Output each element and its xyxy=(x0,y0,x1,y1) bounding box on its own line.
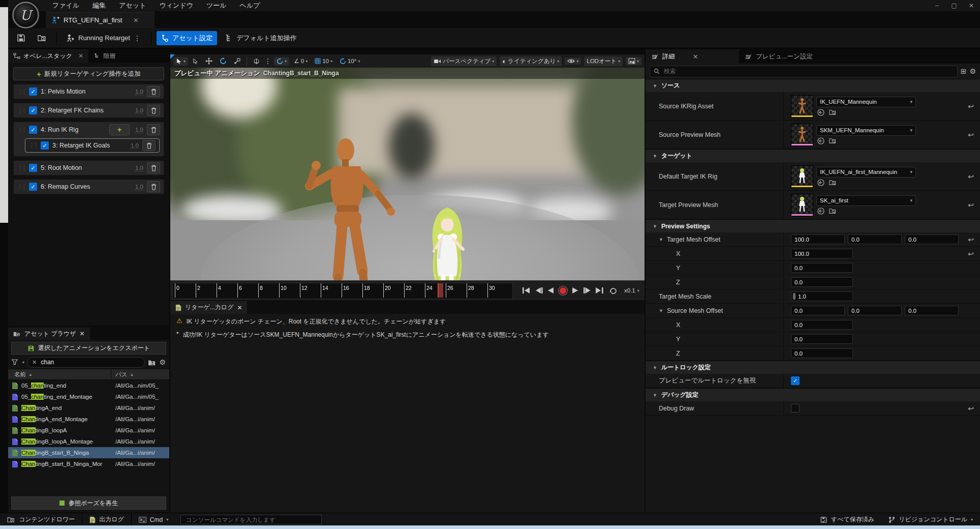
save-button[interactable] xyxy=(12,31,30,45)
browse-to-asset-button[interactable] xyxy=(33,32,51,44)
op-enabled-checkbox[interactable]: ✓ xyxy=(41,141,49,150)
tab-close-icon[interactable]: ✕ xyxy=(80,330,85,337)
scale-tool[interactable] xyxy=(231,57,243,66)
grid-view-icon[interactable]: ⊞ xyxy=(961,67,967,75)
filter-chevron-icon[interactable]: ▾ xyxy=(22,360,24,365)
tab-hierarchy[interactable]: 階層 xyxy=(88,49,120,63)
retarget-op-row[interactable]: ⋮⋮✓5: Root Motion1.0 xyxy=(13,160,164,175)
record-button[interactable] xyxy=(559,286,567,295)
section-target[interactable]: ▼ターゲット xyxy=(646,149,980,162)
menu-ツール[interactable]: ツール xyxy=(200,0,233,12)
debug-draw-checkbox[interactable] xyxy=(791,404,800,413)
play-reference-pose-button[interactable]: 参照ポーズを再生 xyxy=(11,496,166,510)
op-enabled-checkbox[interactable]: ✓ xyxy=(29,106,37,114)
revision-control-button[interactable]: リビジョンコントロール ▾ xyxy=(881,513,980,526)
rotation-snap-toggle[interactable]: 10°▾ xyxy=(337,57,362,66)
source-offset-z-field[interactable]: 0.0 xyxy=(905,306,959,315)
revert-icon[interactable]: ↩ xyxy=(968,250,974,258)
angle-snap-toggle[interactable]: ∠ 0▾ xyxy=(291,56,310,66)
play-button[interactable] xyxy=(572,287,578,294)
step-forward-button[interactable] xyxy=(583,287,591,294)
lod-dropdown[interactable]: LODオート▾ xyxy=(584,56,623,66)
ignore-rootlock-checkbox[interactable]: ✓ xyxy=(791,376,800,385)
more-options-icon[interactable]: ⋮ xyxy=(264,57,272,65)
source-offset-x-field[interactable]: 0.0 xyxy=(791,306,845,315)
tab-close-icon[interactable]: ✕ xyxy=(133,17,138,24)
target-offset-x-field[interactable]: 100.0 xyxy=(791,234,845,244)
to-end-button[interactable] xyxy=(595,287,604,294)
console-command-input[interactable] xyxy=(185,516,317,523)
asset-search-input[interactable] xyxy=(40,358,140,366)
revert-icon[interactable]: ↩ xyxy=(968,201,974,209)
revert-icon[interactable]: ↩ xyxy=(968,236,974,244)
screenshot-dropdown[interactable]: ▾ xyxy=(626,57,641,65)
loop-button[interactable] xyxy=(608,287,618,295)
use-selected-icon[interactable] xyxy=(817,208,824,215)
tab-close-icon[interactable]: ✕ xyxy=(78,52,83,60)
section-debug[interactable]: ▼デバッグ設定 xyxy=(646,388,980,401)
rotate-tool[interactable] xyxy=(217,56,229,66)
view-mode-dropdown[interactable]: ◐ ライティングあり▾ xyxy=(500,56,562,66)
asset-row[interactable]: 05_chanting_end/All/Ga...nim/05_ xyxy=(8,380,169,391)
column-name-header[interactable]: 名前▲ xyxy=(8,369,111,379)
source-mesh-thumbnail[interactable] xyxy=(791,124,813,146)
z-value-field[interactable]: 0.0 xyxy=(791,277,853,287)
section-rootlock[interactable]: ▼ルートロック設定 xyxy=(646,361,980,374)
op-weight-field[interactable]: 1.0 xyxy=(135,165,143,171)
browse-icon[interactable] xyxy=(829,179,837,186)
viewport-cursor-tool[interactable]: ▾ xyxy=(173,57,188,66)
revert-icon[interactable]: ↩ xyxy=(968,172,974,181)
browse-icon[interactable] xyxy=(829,137,837,144)
tab-op-stack[interactable]: オペレ...スタック ✕ xyxy=(8,49,88,63)
menu-ヘルプ[interactable]: ヘルプ xyxy=(233,0,267,12)
revert-icon[interactable]: ↩ xyxy=(968,131,974,139)
drag-handle-icon[interactable]: ⋮⋮ xyxy=(17,108,25,113)
target-offset-z-field[interactable]: 0.0 xyxy=(905,234,959,244)
play-reverse-button[interactable] xyxy=(547,287,554,294)
asset-row[interactable]: ChantingB_loopA/All/Ga...i/anim/ xyxy=(8,425,169,436)
asset-row[interactable]: ChantingA_end_Montage/All/Ga...i/anim/ xyxy=(8,414,169,425)
running-retarget-button[interactable]: Running Retarget ⋮ xyxy=(62,32,146,45)
world-local-toggle[interactable] xyxy=(251,57,262,66)
delete-op-button[interactable] xyxy=(142,140,156,151)
y-value-field[interactable]: 0.0 xyxy=(791,263,853,273)
retarget-op-row[interactable]: ⋮⋮✓6: Remap Curves1.0 xyxy=(13,179,164,194)
target-mesh-thumbnail[interactable] xyxy=(791,194,813,216)
asset-row[interactable]: ChantingB_start_B_Ninga_Mor/All/Ga...i/a… xyxy=(8,458,169,469)
show-flags-dropdown[interactable]: ▾ xyxy=(565,57,581,65)
op-enabled-checkbox[interactable]: ✓ xyxy=(29,87,37,96)
section-preview-settings[interactable]: ▼Preview Settings xyxy=(646,219,980,232)
target-ikrig-select[interactable]: IK_UEFN_ai_first_Mannequin▾ xyxy=(816,167,916,178)
tab-close-icon[interactable]: ✕ xyxy=(237,304,242,311)
content-drawer-button[interactable]: コンテンツドロワー xyxy=(0,513,82,526)
maximize-button[interactable]: ▢ xyxy=(945,0,963,11)
export-animations-button[interactable]: 選択したアニメーションをエクスポート xyxy=(11,342,166,355)
op-enabled-checkbox[interactable]: ✓ xyxy=(29,183,37,191)
op-weight-field[interactable]: 1.0 xyxy=(131,142,139,149)
output-log-button[interactable]: 出力ログ xyxy=(82,513,132,526)
drag-handle-icon[interactable]: ⋮⋮ xyxy=(17,184,25,190)
timeline-ruler[interactable]: 024681012141618202224262830 xyxy=(172,283,513,299)
browse-icon[interactable] xyxy=(829,109,837,116)
retarget-op-row[interactable]: ⋮⋮✓3: Retarget IK Goals1.0 xyxy=(25,138,160,153)
revert-icon[interactable]: ↩ xyxy=(968,404,974,413)
x-value-field[interactable]: 0.0 xyxy=(791,320,853,330)
retarget-op-row[interactable]: ⋮⋮✓4: Run IK Rig+1.0 xyxy=(14,122,164,137)
z-value-field[interactable]: 0.0 xyxy=(791,348,853,358)
surface-snap-toggle[interactable]: ▾ xyxy=(274,57,289,66)
drag-handle-icon[interactable]: ⋮⋮ xyxy=(29,143,37,149)
y-value-field[interactable]: 0.0 xyxy=(791,334,853,344)
column-path-header[interactable]: パス▲ xyxy=(111,371,134,378)
menu-ファイル[interactable]: ファイル xyxy=(46,0,86,12)
tab-rtg-asset[interactable]: RTG_UEFN_ai_first ✕ xyxy=(46,12,155,28)
target-offset-y-field[interactable]: 0.0 xyxy=(848,234,902,244)
op-weight-field[interactable]: 1.0 xyxy=(135,89,143,95)
folder-user-icon[interactable] xyxy=(148,359,156,366)
retarget-op-row[interactable]: ⋮⋮✓2: Retarget FK Chains1.0 xyxy=(13,103,164,118)
viewport-scene[interactable]: プレビュー中 アニメーション ChantingB_start_B_Ninga xyxy=(170,68,645,280)
menu-編集[interactable]: 編集 xyxy=(86,0,112,12)
details-search-box[interactable] xyxy=(650,66,958,77)
expander-icon[interactable]: ▼ xyxy=(659,308,663,313)
minimize-button[interactable]: – xyxy=(928,0,945,11)
revert-icon[interactable]: ↩ xyxy=(968,102,974,110)
